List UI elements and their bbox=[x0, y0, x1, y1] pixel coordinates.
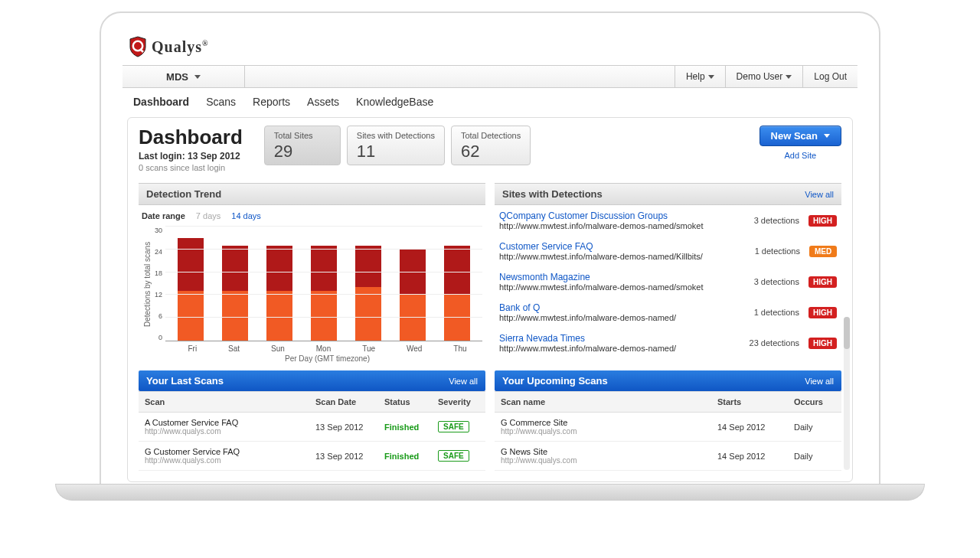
bar-thu[interactable] bbox=[444, 227, 470, 341]
view-all-link[interactable]: View all bbox=[449, 377, 478, 386]
detection-site-link[interactable]: Customer Service FAQ bbox=[499, 241, 746, 252]
tab-scans[interactable]: Scans bbox=[206, 96, 236, 108]
col-starts: Starts bbox=[711, 392, 788, 412]
detection-row: Newsmonth Magazinehttp://www.mwtest.info… bbox=[495, 266, 841, 297]
bar-fri[interactable] bbox=[178, 227, 204, 341]
detection-trend-panel: Detection Trend Date range 7 days 14 day… bbox=[139, 183, 485, 363]
detection-site-link[interactable]: Sierra Nevada Times bbox=[499, 333, 740, 344]
col-status: Status bbox=[378, 392, 432, 412]
scan-url: http://www.qualys.com bbox=[501, 456, 705, 465]
scan-date: 13 Sep 2012 bbox=[309, 417, 378, 437]
range-14-days[interactable]: 14 days bbox=[231, 211, 261, 220]
help-menu[interactable]: Help bbox=[675, 66, 725, 87]
view-all-link[interactable]: View all bbox=[805, 377, 834, 386]
qualys-shield-icon bbox=[129, 36, 147, 57]
detection-count: 3 detections bbox=[754, 277, 799, 286]
stat-value: 11 bbox=[357, 142, 435, 162]
detection-count: 23 detections bbox=[750, 338, 799, 348]
bar-wed[interactable] bbox=[400, 227, 426, 341]
xaxis-label: Per Day (GMT timezone) bbox=[169, 354, 485, 363]
detection-site-link[interactable]: Bank of Q bbox=[499, 302, 745, 313]
stat-card[interactable]: Total Detections62 bbox=[451, 126, 531, 165]
scrollbar-thumb[interactable] bbox=[844, 317, 850, 349]
detection-site-link[interactable]: QCompany Customer Discussion Groups bbox=[499, 210, 745, 221]
stat-card[interactable]: Total Sites29 bbox=[264, 126, 341, 165]
detection-count: 1 detections bbox=[754, 308, 799, 317]
col-occurs: Occurs bbox=[788, 392, 841, 412]
last-scans-rows: A Customer Service FAQhttp://www.qualys.… bbox=[139, 413, 485, 471]
caret-down-icon bbox=[824, 134, 830, 138]
panel-header: Detection Trend bbox=[139, 183, 485, 205]
col-scan-name: Scan name bbox=[495, 392, 711, 412]
table-row[interactable]: G Customer Service FAQhttp://www.qualys.… bbox=[139, 442, 485, 471]
severity-badge: HIGH bbox=[808, 307, 837, 318]
table-header: Scan Scan Date Status Severity bbox=[139, 391, 485, 413]
add-site-link[interactable]: Add Site bbox=[760, 151, 841, 160]
detection-count: 1 detections bbox=[755, 246, 800, 256]
panel-header: Your Last Scans View all bbox=[139, 370, 485, 391]
user-menu[interactable]: Demo User bbox=[725, 66, 803, 87]
product-selector[interactable]: MDS bbox=[122, 66, 245, 87]
table-row[interactable]: A Customer Service FAQhttp://www.qualys.… bbox=[139, 413, 485, 442]
scan-status: Finished bbox=[384, 452, 419, 461]
upper-panels: Detection Trend Date range 7 days 14 day… bbox=[139, 183, 841, 363]
stat-label: Total Detections bbox=[461, 131, 521, 140]
detection-url: http://www.mwtest.info/malware-demos-nam… bbox=[499, 282, 745, 292]
table-row[interactable]: G Commerce Sitehttp://www.qualys.com14 S… bbox=[495, 413, 841, 442]
stat-cards: Total Sites29Sites with Detections11Tota… bbox=[264, 126, 531, 165]
stat-value: 29 bbox=[274, 142, 331, 162]
detection-site-link[interactable]: Newsmonth Magazine bbox=[499, 272, 745, 282]
panel-header: Your Upcoming Scans View all bbox=[495, 370, 841, 391]
app-screen: Qualys® MDS Help Demo User Log Out Dashb… bbox=[122, 34, 858, 482]
detection-url: http://www.mwtest.info/malware-demos-nam… bbox=[499, 313, 745, 322]
tab-assets[interactable]: Assets bbox=[307, 96, 339, 108]
chart-plot-area bbox=[165, 227, 482, 341]
new-scan-button[interactable]: New Scan bbox=[760, 126, 841, 146]
table-row[interactable]: G News Sitehttp://www.qualys.com14 Sep 2… bbox=[495, 442, 841, 471]
scan-url: http://www.qualys.com bbox=[501, 427, 705, 436]
yaxis-ticks: 3024181260 bbox=[153, 227, 165, 341]
header-row: Dashboard Last login: 13 Sep 2012 0 scan… bbox=[139, 126, 841, 172]
brand-row: Qualys® bbox=[122, 34, 858, 65]
tab-reports[interactable]: Reports bbox=[253, 96, 290, 108]
bar-sat[interactable] bbox=[222, 227, 248, 341]
view-all-link[interactable]: View all bbox=[805, 190, 834, 199]
laptop-frame: Qualys® MDS Help Demo User Log Out Dashb… bbox=[100, 11, 880, 491]
last-login: Last login: 13 Sep 2012 bbox=[139, 151, 243, 162]
severity-badge: SAFE bbox=[438, 421, 469, 432]
stat-card[interactable]: Sites with Detections11 bbox=[347, 126, 445, 165]
tab-dashboard[interactable]: Dashboard bbox=[133, 96, 189, 108]
scan-status: Finished bbox=[384, 423, 419, 432]
tab-knowledgebase[interactable]: KnowledgeBase bbox=[356, 96, 433, 108]
scan-starts: 14 Sep 2012 bbox=[711, 417, 788, 437]
panel-header: Sites with Detections View all bbox=[495, 183, 841, 205]
scan-url: http://www.qualys.com bbox=[145, 427, 303, 436]
col-scan: Scan bbox=[139, 392, 309, 412]
last-scans-panel: Your Last Scans View all Scan Scan Date … bbox=[139, 370, 485, 471]
page-well: Dashboard Last login: 13 Sep 2012 0 scan… bbox=[127, 117, 853, 482]
range-7-days[interactable]: 7 days bbox=[196, 211, 220, 220]
scan-name: G Customer Service FAQ bbox=[145, 447, 303, 456]
sites-with-detections-panel: Sites with Detections View all QCompany … bbox=[495, 183, 841, 363]
scan-date: 13 Sep 2012 bbox=[309, 446, 378, 466]
detection-row: Customer Service FAQhttp://www.mwtest.in… bbox=[495, 236, 841, 266]
scans-since-login: 0 scans since last login bbox=[139, 163, 243, 172]
topbar: MDS Help Demo User Log Out bbox=[122, 65, 858, 88]
brand-name: Qualys® bbox=[152, 38, 209, 56]
logout-link[interactable]: Log Out bbox=[802, 66, 858, 87]
detection-row: QCompany Customer Discussion Groupshttp:… bbox=[495, 205, 841, 236]
scan-occurs: Daily bbox=[788, 446, 841, 466]
table-header: Scan name Starts Occurs bbox=[495, 391, 841, 413]
col-date: Scan Date bbox=[309, 392, 378, 412]
scrollbar[interactable] bbox=[844, 317, 850, 470]
severity-badge: SAFE bbox=[438, 450, 469, 462]
bar-mon[interactable] bbox=[311, 227, 337, 341]
page-title: Dashboard bbox=[139, 126, 243, 149]
caret-down-icon bbox=[786, 75, 792, 79]
stat-label: Sites with Detections bbox=[357, 131, 435, 140]
scan-starts: 14 Sep 2012 bbox=[711, 446, 788, 466]
detection-url: http://www.mwtest.info/malware-demos-nam… bbox=[499, 252, 746, 261]
bar-sun[interactable] bbox=[266, 227, 292, 341]
bar-tue[interactable] bbox=[355, 227, 381, 341]
upcoming-scans-panel: Your Upcoming Scans View all Scan name S… bbox=[495, 370, 841, 471]
